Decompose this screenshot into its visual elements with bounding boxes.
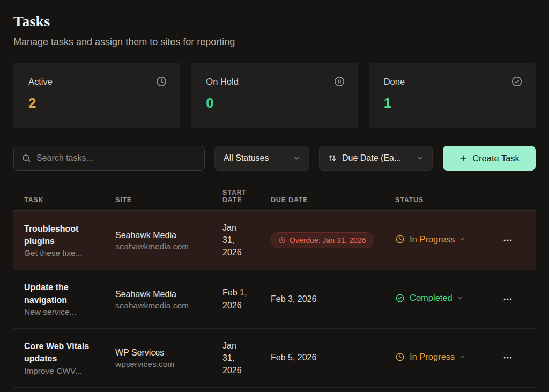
site-name: WP Services xyxy=(115,346,213,359)
stat-label: Done xyxy=(384,77,405,87)
site-domain: wpservices.com xyxy=(115,359,213,369)
column-header-start-date: START DATE xyxy=(222,189,271,204)
table-row[interactable]: Core Web Vitals updates Improve CWV... W… xyxy=(13,329,536,388)
site-domain: seahawkmedia.com xyxy=(115,242,213,252)
status-cell: Completed xyxy=(395,293,499,305)
site-cell: Seahawk Media seahawkmedia.com xyxy=(115,288,222,310)
toolbar: All Statuses Due Date (Ea... Create Task xyxy=(13,146,536,171)
status-dropdown[interactable]: In Progress xyxy=(395,234,465,245)
stat-value: 1 xyxy=(384,95,523,112)
task-description: Improve CWV... xyxy=(24,366,106,376)
overdue-label: Overdue: Jan 31, 2026 xyxy=(290,236,366,245)
sort-arrows-icon xyxy=(328,154,337,162)
row-menu-button[interactable] xyxy=(499,291,516,308)
clock-icon xyxy=(395,352,405,362)
tasks-page: Tasks Manage tasks and assign them to si… xyxy=(0,0,549,388)
start-date: Jan 31, 2026 xyxy=(222,339,271,377)
task-title: Core Web Vitals updates xyxy=(24,340,106,365)
due-date-cell: Overdue: Jan 31, 2026 xyxy=(271,232,395,248)
site-name: Seahawk Media xyxy=(115,288,213,301)
page-title: Tasks xyxy=(13,13,536,30)
chevron-down-icon xyxy=(459,236,465,242)
column-header-due-date: DUE DATE xyxy=(271,196,395,204)
task-description: Get these fixe... xyxy=(24,248,106,258)
task-cell: Update the navigation New service... xyxy=(24,281,115,316)
task-cell: Core Web Vitals updates Improve CWV... xyxy=(24,340,115,375)
create-task-label: Create Task xyxy=(472,153,520,164)
stat-label: On Hold xyxy=(206,77,239,87)
chevron-down-icon xyxy=(416,154,424,162)
ellipsis-icon xyxy=(502,352,513,363)
overdue-badge: Overdue: Jan 31, 2026 xyxy=(271,232,373,248)
stat-card-active: Active 2 xyxy=(13,63,180,128)
ellipsis-icon xyxy=(502,294,513,305)
chevron-down-icon xyxy=(459,354,465,360)
status-filter-select[interactable]: All Statuses xyxy=(214,146,309,171)
search-icon xyxy=(21,153,31,163)
task-title: Update the navigation xyxy=(24,281,106,306)
clock-icon xyxy=(395,234,405,244)
chevron-down-icon xyxy=(457,295,463,301)
column-header-task: TASK xyxy=(24,196,115,204)
search-box xyxy=(13,146,205,171)
site-domain: seahawkmedia.com xyxy=(115,301,213,310)
stat-label: Active xyxy=(28,77,53,87)
table-row[interactable]: Update the navigation New service... Sea… xyxy=(13,270,536,329)
site-cell: WP Services wpservices.com xyxy=(115,346,222,369)
clock-icon xyxy=(155,76,167,87)
status-dropdown[interactable]: In Progress xyxy=(395,352,465,362)
stat-card-on-hold: On Hold 0 xyxy=(191,63,358,128)
actions-cell xyxy=(499,291,526,308)
plus-icon xyxy=(459,154,468,162)
row-menu-button[interactable] xyxy=(499,232,516,249)
overdue-clock-icon xyxy=(278,236,286,244)
status-filter-value: All Statuses xyxy=(224,153,269,163)
task-cell: Troubleshoot plugins Get these fixe... xyxy=(24,223,115,258)
site-cell: Seahawk Media seahawkmedia.com xyxy=(115,229,222,252)
create-task-button[interactable]: Create Task xyxy=(443,146,536,171)
start-date: Feb 1, 2026 xyxy=(222,286,271,311)
pause-circle-icon xyxy=(333,76,345,87)
site-name: Seahawk Media xyxy=(115,229,213,242)
search-input[interactable] xyxy=(36,153,197,163)
actions-cell xyxy=(499,232,526,249)
status-label: In Progress xyxy=(410,234,455,245)
table-header-row: TASK SITE START DATE DUE DATE STATUS xyxy=(13,184,536,211)
stat-card-done: Done 1 xyxy=(369,63,536,128)
stat-value: 0 xyxy=(206,95,345,112)
status-cell: In Progress xyxy=(395,352,499,364)
status-cell: In Progress xyxy=(395,234,499,247)
sort-value: Due Date (Ea... xyxy=(342,153,411,163)
stat-value: 2 xyxy=(28,95,167,112)
tasks-table: TASK SITE START DATE DUE DATE STATUS Tro… xyxy=(13,184,536,388)
task-description: New service... xyxy=(24,307,106,317)
page-subtitle: Manage tasks and assign them to sites fo… xyxy=(13,36,536,48)
actions-cell xyxy=(499,349,526,366)
status-label: Completed xyxy=(410,293,452,303)
check-circle-icon xyxy=(511,76,523,87)
task-title: Troubleshoot plugins xyxy=(24,223,106,247)
column-header-status: STATUS xyxy=(395,196,499,204)
due-date: Feb 5, 2026 xyxy=(271,353,395,363)
column-header-site: SITE xyxy=(115,196,222,204)
status-label: In Progress xyxy=(410,352,455,362)
status-dropdown[interactable]: Completed xyxy=(395,293,463,303)
table-row[interactable]: Troubleshoot plugins Get these fixe... S… xyxy=(13,211,536,270)
due-date: Feb 3, 2026 xyxy=(271,294,395,304)
sort-select[interactable]: Due Date (Ea... xyxy=(319,146,433,171)
row-menu-button[interactable] xyxy=(499,349,516,366)
check-circle-icon xyxy=(395,293,405,303)
stat-cards: Active 2 On Hold 0 Done xyxy=(13,63,536,128)
ellipsis-icon xyxy=(502,235,513,246)
chevron-down-icon xyxy=(293,154,300,162)
start-date: Jan 31, 2026 xyxy=(222,221,271,259)
